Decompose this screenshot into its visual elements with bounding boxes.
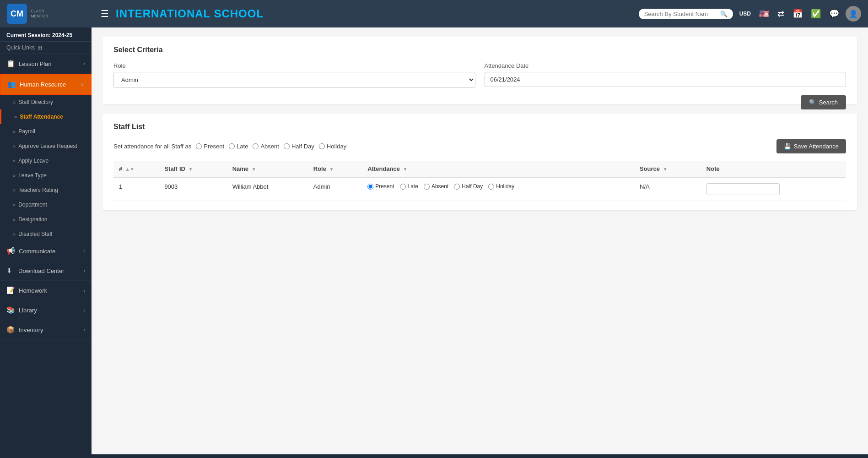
att-halfday-label[interactable]: Half Day [454, 183, 483, 190]
set-all-halfday-label[interactable]: Half Day [284, 143, 314, 150]
sub-arrow-disabled-staff: » [13, 231, 16, 237]
sidebar-sub-staff-directory[interactable]: » Staff Directory [0, 95, 92, 109]
sidebar-item-download-center[interactable]: ⬇ Download Center ‹ [0, 261, 92, 281]
homework-icon: 📝 [6, 286, 15, 294]
hamburger-button[interactable]: ☰ [98, 6, 111, 22]
avatar[interactable]: 👤 [846, 6, 861, 22]
search-button[interactable]: 🔍 Search [801, 95, 846, 109]
sidebar-item-inventory[interactable]: 📦 Inventory ‹ [0, 320, 92, 340]
set-all-present-label[interactable]: Present [196, 143, 224, 150]
role-form-group: Role Admin Teacher Staff [113, 62, 475, 88]
sidebar-lesson-plan-label: Lesson Plan [19, 60, 80, 67]
att-late-label[interactable]: Late [400, 183, 418, 190]
sidebar-item-library[interactable]: 📚 Library ‹ [0, 300, 92, 320]
staff-list-title: Staff List [113, 123, 846, 131]
transfer-icon[interactable]: ⇄ [776, 7, 786, 21]
date-form-group: Attendance Date [485, 62, 846, 88]
set-all-holiday-label[interactable]: Holiday [319, 143, 346, 150]
col-attendance: Attendance ▼ [362, 161, 634, 177]
sidebar-sub-department[interactable]: » Department [0, 197, 92, 212]
note-input[interactable] [706, 183, 780, 195]
att-absent-label[interactable]: Absent [424, 183, 448, 190]
header-search-input[interactable] [644, 11, 717, 17]
att-late-radio[interactable] [400, 184, 406, 190]
flag-icon: 🇺🇸 [757, 7, 771, 21]
sidebar-item-human-resource[interactable]: 👥 Human Resource ∨ [0, 74, 92, 95]
criteria-title: Select Criteria [113, 46, 846, 54]
cell-num: 1 [113, 177, 159, 201]
human-resource-arrow: ∨ [81, 82, 84, 87]
col-num-sort-icon[interactable]: ▲▼ [125, 167, 135, 172]
set-all-late-radio[interactable] [229, 143, 235, 149]
row-staff-id: 9003 [164, 183, 178, 190]
header-search-icon: 🔍 [720, 11, 728, 17]
att-holiday-text: Holiday [496, 183, 514, 190]
set-all-late-label[interactable]: Late [229, 143, 248, 150]
homework-arrow: ‹ [83, 288, 85, 293]
set-all-present-radio[interactable] [196, 143, 202, 149]
sidebar-sub-designation[interactable]: » Designation [0, 212, 92, 227]
att-holiday-label[interactable]: Holiday [488, 183, 514, 190]
sidebar-sub-payroll[interactable]: » Payroll [0, 124, 92, 139]
attendance-controls: Set attendance for all Staff as Present … [113, 139, 846, 153]
set-all-halfday-radio[interactable] [284, 143, 290, 149]
bottom-bar [0, 454, 868, 458]
logo-sub: CLASSMENTOR [31, 9, 49, 19]
sidebar-sub-staff-attendance[interactable]: » Staff Attendance [0, 109, 92, 124]
col-attendance-sort-icon[interactable]: ▼ [403, 167, 408, 172]
quick-links-label: Quick Links [6, 44, 35, 51]
col-name-sort-icon[interactable]: ▼ [252, 167, 256, 172]
session-label: Current Session: 2024-25 [6, 32, 72, 38]
sidebar-communicate-label: Communicate [19, 248, 80, 255]
sidebar-item-homework[interactable]: 📝 Homework ‹ [0, 281, 92, 300]
currency-display[interactable]: USD [738, 9, 753, 19]
sub-label-designation: Designation [18, 216, 47, 223]
col-staff-id-sort-icon[interactable]: ▼ [189, 167, 193, 172]
set-all-holiday-radio[interactable] [319, 143, 325, 149]
header-search-box: 🔍 [639, 9, 733, 19]
quick-links[interactable]: Quick Links ⊞ [0, 42, 92, 54]
set-all-absent-label[interactable]: Absent [253, 143, 279, 150]
att-late-text: Late [408, 183, 418, 190]
school-title: INTERNATIONAL SCHOOL [116, 7, 634, 20]
cell-staff-id: 9003 [159, 177, 226, 201]
attendance-radios: Present Late Absent [367, 183, 541, 190]
staff-table-header: # ▲▼ Staff ID ▼ Name ▼ Role [113, 161, 846, 177]
row-role: Admin [313, 183, 330, 190]
content-area: Select Criteria Role Admin Teacher Staff… [92, 27, 868, 454]
session-info: Current Session: 2024-25 [0, 27, 92, 42]
set-all-late-text: Late [237, 143, 248, 150]
sidebar-item-lesson-plan[interactable]: 📋 Lesson Plan ‹ [0, 54, 92, 74]
tasks-icon[interactable]: ✅ [809, 7, 823, 21]
row-source: N/A [640, 183, 650, 190]
sidebar-sub-teachers-rating[interactable]: » Teachers Rating [0, 183, 92, 197]
att-holiday-radio[interactable] [488, 184, 494, 190]
sub-arrow-apply-leave: » [13, 158, 16, 164]
att-halfday-radio[interactable] [454, 184, 460, 190]
col-num-label: # [119, 165, 122, 172]
sub-label-disabled-staff: Disabled Staff [18, 231, 53, 237]
sidebar-sub-approve-leave[interactable]: » Approve Leave Request [0, 139, 92, 153]
set-all-absent-radio[interactable] [253, 143, 259, 149]
header-row: # ▲▼ Staff ID ▼ Name ▼ Role [113, 161, 846, 177]
whatsapp-icon[interactable]: 💬 [827, 7, 841, 21]
cell-name: William Abbot [227, 177, 308, 201]
col-source-label: Source [640, 165, 660, 172]
calendar-icon[interactable]: 📅 [791, 7, 804, 21]
sub-label-department: Department [18, 202, 47, 208]
col-source-sort-icon[interactable]: ▼ [663, 167, 668, 172]
col-role-sort-icon[interactable]: ▼ [329, 167, 334, 172]
cell-source: N/A [634, 177, 701, 201]
att-absent-radio[interactable] [424, 184, 430, 190]
sidebar-sub-apply-leave[interactable]: » Apply Leave [0, 153, 92, 168]
sidebar-item-communicate[interactable]: 📢 Communicate ‹ [0, 241, 92, 261]
save-attendance-button[interactable]: 💾 Save Attendance [776, 139, 846, 153]
sub-label-teachers-rating: Teachers Rating [18, 187, 58, 193]
att-present-label[interactable]: Present [367, 183, 394, 190]
sidebar-sub-disabled-staff[interactable]: » Disabled Staff [0, 227, 92, 241]
attendance-date-input[interactable] [485, 72, 846, 87]
sidebar-sub-leave-type[interactable]: » Leave Type [0, 168, 92, 183]
att-present-radio[interactable] [367, 184, 373, 190]
role-select[interactable]: Admin Teacher Staff [113, 72, 475, 88]
row-num: 1 [119, 183, 122, 190]
